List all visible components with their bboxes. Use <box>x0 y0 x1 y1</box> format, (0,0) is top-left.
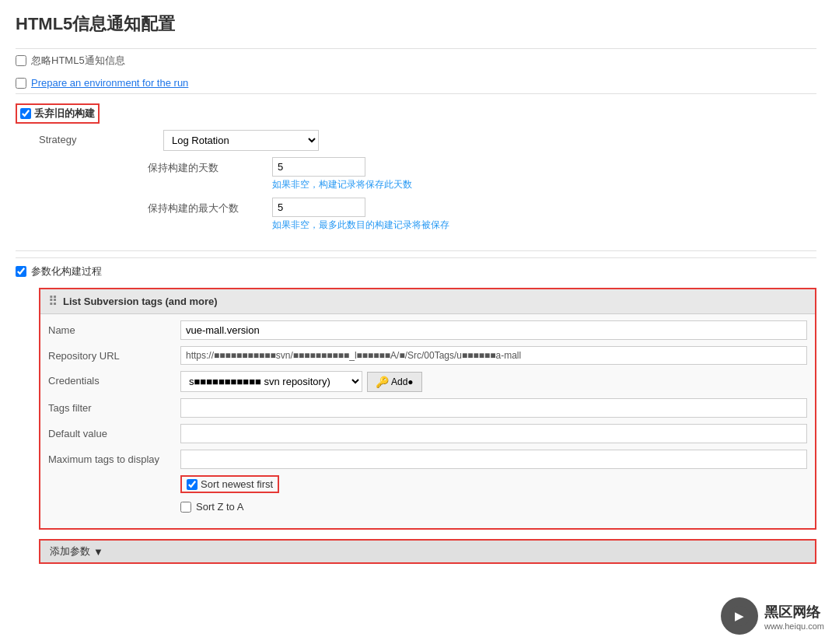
keep-max-control: 如果非空，最多此数目的构建记录将被保存 <box>272 198 816 232</box>
plugin-default-value-label: Default value <box>48 424 180 439</box>
strategy-control: Log Rotation <box>163 130 816 151</box>
keep-max-row: 保持构建的最大个数 如果非空，最多此数目的构建记录将被保存 <box>148 198 816 232</box>
key-icon: 🔑 <box>376 376 389 388</box>
plugin-tags-filter-label: Tags filter <box>48 398 180 414</box>
plugin-default-value-row: Default value <box>48 424 807 443</box>
plugin-credentials-label: Credentials <box>48 371 180 387</box>
plugin-box: ⠿ List Subversion tags (and more) Name R… <box>39 288 816 530</box>
ignore-html5-checkbox[interactable] <box>16 55 26 66</box>
plugin-credentials-control: s■■■■■■■■■■■ svn repository) 🔑 Add● <box>180 371 807 392</box>
watermark: ▶ 黑区网络 www.heiqu.com <box>721 597 824 636</box>
ignore-html5-label[interactable]: 忽略HTML5通知信息 <box>16 54 125 68</box>
watermark-brand-name: 黑区网络 <box>764 603 824 621</box>
plugin-max-tags-input[interactable] <box>180 450 807 469</box>
credentials-row: s■■■■■■■■■■■ svn repository) 🔑 Add● <box>180 371 807 392</box>
sort-z-to-a-row: Sort Z to A <box>180 501 243 513</box>
keep-days-label: 保持构建的天数 <box>148 157 272 175</box>
keep-max-input[interactable] <box>272 198 365 217</box>
add-param-label: 添加参数 <box>50 544 90 558</box>
svg-text:▶: ▶ <box>735 610 744 622</box>
sort-options-row: Sort newest first Sort Z to A <box>180 475 807 516</box>
parameterize-checkbox[interactable] <box>16 266 26 277</box>
sort-newest-checkbox[interactable] <box>187 479 198 490</box>
plugin-repo-url-input[interactable] <box>180 346 807 365</box>
keep-days-hint: 如果非空，构建记录将保存此天数 <box>272 178 816 191</box>
discard-old-text: 丢弃旧的构建 <box>34 107 95 121</box>
parameterize-text: 参数化构建过程 <box>31 264 102 278</box>
plugin-header: ⠿ List Subversion tags (and more) <box>40 289 815 314</box>
plugin-repo-url-row: Repository URL <box>48 346 807 365</box>
watermark-brand: 黑区网络 www.heiqu.com <box>764 603 824 631</box>
plugin-max-tags-label: Maximum tags to display <box>48 450 180 465</box>
plugin-name-control <box>180 320 807 340</box>
strategy-label: Strategy <box>39 130 163 145</box>
plugin-body: Name Repository URL Credentials <box>40 314 815 528</box>
keep-days-row: 保持构建的天数 如果非空，构建记录将保存此天数 <box>148 157 816 191</box>
strategy-select[interactable]: Log Rotation <box>163 130 319 151</box>
strategy-area: Strategy Log Rotation 保持构建的天数 如果非空，构建记录将… <box>39 130 816 232</box>
sort-z-to-a-label: Sort Z to A <box>196 501 243 513</box>
plugin-credentials-row: Credentials s■■■■■■■■■■■ svn repository)… <box>48 371 807 392</box>
plugin-repo-url-control <box>180 346 807 365</box>
add-btn-label: Add● <box>391 376 414 387</box>
page-container: HTML5信息通知配置 忽略HTML5通知信息 Prepare an envir… <box>0 0 832 644</box>
page-title: HTML5信息通知配置 <box>16 12 816 36</box>
keep-max-hint: 如果非空，最多此数目的构建记录将被保存 <box>272 219 816 232</box>
prepare-env-text: Prepare an environment for the run <box>31 77 188 89</box>
sort-newest-row: Sort newest first <box>180 475 279 493</box>
plugin-tags-filter-control <box>180 398 807 418</box>
sort-z-to-a-checkbox[interactable] <box>180 502 191 513</box>
keep-max-label: 保持构建的最大个数 <box>148 198 272 215</box>
discard-old-row: 丢弃旧的构建 <box>16 100 816 127</box>
plugin-drag-handle: ⠿ <box>48 294 58 309</box>
prepare-env-checkbox[interactable] <box>16 78 26 89</box>
dropdown-icon: ▼ <box>93 546 103 558</box>
parameterize-section: 参数化构建过程 ⠿ List Subversion tags (and more… <box>16 257 816 564</box>
plugin-max-tags-row: Maximum tags to display <box>48 450 807 469</box>
discard-old-checked-box: 丢弃旧的构建 <box>16 103 100 124</box>
plugin-name-label: Name <box>48 320 180 336</box>
sort-newest-label: Sort newest first <box>201 478 273 490</box>
watermark-logo: ▶ <box>721 597 758 635</box>
ignore-html5-row: 忽略HTML5通知信息 <box>16 48 816 72</box>
credentials-add-button[interactable]: 🔑 Add● <box>367 372 422 392</box>
discard-old-section: 丢弃旧的构建 Strategy Log Rotation 保持构建的天数 如果非… <box>16 94 816 251</box>
strategy-row: Strategy Log Rotation <box>39 130 816 151</box>
plugin-repo-url-label: Repository URL <box>48 346 180 362</box>
plugin-name-row: Name <box>48 320 807 340</box>
plugin-header-text: List Subversion tags (and more) <box>63 296 218 307</box>
keep-days-input[interactable] <box>272 157 365 177</box>
parameterize-header: 参数化构建过程 <box>16 264 816 278</box>
watermark-site: www.heiqu.com <box>764 621 824 631</box>
plugin-tags-filter-input[interactable] <box>180 398 807 418</box>
prepare-env-row: Prepare an environment for the run <box>16 72 816 94</box>
discard-old-checkbox[interactable] <box>20 108 31 119</box>
sort-newest-checked-box: Sort newest first <box>180 475 279 493</box>
plugin-max-tags-control <box>180 450 807 469</box>
plugin-default-value-input[interactable] <box>180 424 807 443</box>
plugin-name-input[interactable] <box>180 320 807 340</box>
ignore-html5-text: 忽略HTML5通知信息 <box>31 54 125 68</box>
plugin-tags-filter-row: Tags filter <box>48 398 807 418</box>
plugin-default-value-control <box>180 424 807 443</box>
keep-days-control: 如果非空，构建记录将保存此天数 <box>272 157 816 191</box>
credentials-select[interactable]: s■■■■■■■■■■■ svn repository) <box>180 371 362 392</box>
add-param-button[interactable]: 添加参数 ▼ <box>39 539 816 564</box>
